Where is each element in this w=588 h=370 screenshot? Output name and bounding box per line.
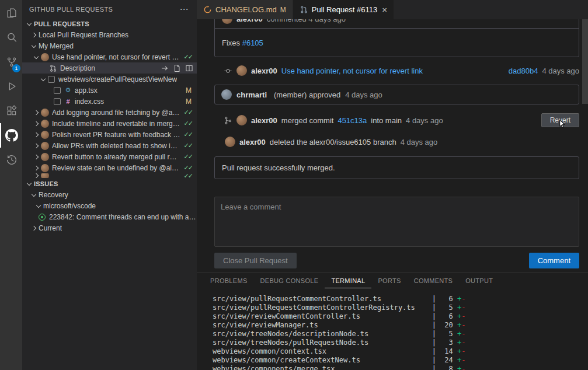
comment-body: Fixes #6105: [215, 29, 579, 57]
tab-changelog[interactable]: CHANGELOG.md M: [197, 0, 293, 19]
merge-text: into main: [371, 116, 402, 125]
review-author[interactable]: chrmarti: [236, 90, 267, 99]
avatar: [221, 89, 232, 100]
row-actions: [161, 64, 197, 72]
sidebar-header: GITHUB PULL REQUESTS: [22, 0, 197, 18]
tab-pull-request[interactable]: Pull Request #6113: [293, 0, 394, 19]
tree-item-files-folder[interactable]: webviews/createPullRequestViewNew: [22, 74, 197, 85]
panel-tab-ports[interactable]: PORTS: [371, 273, 407, 288]
issue-link[interactable]: #6105: [242, 39, 263, 47]
panel-tab-debug-console[interactable]: DEBUG CONSOLE: [254, 273, 325, 288]
panel-tab-comments[interactable]: COMMENTS: [408, 273, 460, 288]
chevron-right-icon: [32, 173, 41, 178]
merge-author[interactable]: alexr00: [251, 116, 277, 125]
git-pull-request-icon: [49, 64, 57, 72]
comment-button[interactable]: Comment: [529, 253, 579, 268]
avatar: [41, 173, 49, 178]
tree-item-pr[interactable]: Review state can be undefined by @alexr0…: [22, 162, 197, 173]
checkbox[interactable]: [48, 76, 55, 83]
close-pull-request-button[interactable]: Close Pull Request: [214, 253, 297, 268]
terminal-line: src/view/reviewCommentController.ts|6+-: [213, 312, 588, 321]
commit-sha-link[interactable]: dad80b4: [509, 67, 538, 75]
comment-meta: commented 4 days ago: [267, 19, 346, 23]
terminal-line: src/view/treeNodes/pullRequestNode.ts|3+…: [213, 338, 588, 347]
checks-passed-icon: [180, 120, 197, 127]
comment-author[interactable]: alexr00: [236, 19, 263, 23]
panel-tab-problems[interactable]: PROBLEMS: [204, 273, 254, 288]
more-actions-icon[interactable]: [179, 4, 190, 15]
editor-tab-bar: CHANGELOG.md M Pull Request #6113: [197, 0, 588, 19]
open-file-icon[interactable]: [173, 64, 181, 72]
editor-scrollbar[interactable]: [582, 19, 588, 104]
editor-area: alexr00 commented 4 days ago Fixes #6105…: [197, 19, 588, 272]
avatar: [41, 164, 49, 172]
chevron-right-icon: [32, 119, 41, 128]
tree-item-my-merged[interactable]: My Merged: [22, 40, 197, 51]
css-file-icon: [64, 98, 72, 105]
branch-author[interactable]: alexr00: [239, 138, 266, 146]
source-control-icon[interactable]: 1: [0, 50, 22, 74]
tree-item-description[interactable]: Description: [22, 62, 197, 74]
tree-item-pr[interactable]: Include timeline and revertable in merge…: [22, 118, 197, 129]
tree-item-pr-clipped[interactable]: [22, 173, 197, 178]
tree-item-repo[interactable]: microsoft/vscode: [22, 200, 197, 211]
avatar: [41, 109, 49, 117]
git-pull-request-icon: [300, 5, 308, 14]
checks-passed-icon: [180, 164, 197, 172]
changelog-file-icon: [203, 5, 212, 14]
tree-item-current[interactable]: Current: [22, 222, 197, 233]
checkbox[interactable]: [54, 98, 61, 105]
tree-item-pr[interactable]: Allow PRs with deleted head to show in v…: [22, 140, 197, 151]
avatar: [225, 137, 235, 147]
close-icon[interactable]: [381, 5, 387, 15]
avatar: [236, 65, 247, 76]
panel-tab-output[interactable]: OUTPUT: [459, 273, 499, 288]
tree-item-recovery[interactable]: Recovery: [22, 189, 197, 200]
tree-item-pr[interactable]: Revert button to already merged pull req…: [22, 151, 197, 162]
split-editor-icon[interactable]: [185, 64, 193, 72]
tree-item-pr[interactable]: Add logging around file fetching by @ale…: [22, 107, 197, 118]
checks-passed-icon: [180, 53, 197, 61]
checks-passed-icon: [180, 153, 197, 160]
branch-text: deleted the alexr00/issue6105 branch: [270, 138, 396, 146]
comment-input[interactable]: [214, 197, 579, 247]
section-pull-requests[interactable]: PULL REQUESTS: [22, 18, 197, 29]
tree-item-issue[interactable]: 223842: Comment threads can end up with …: [22, 211, 197, 222]
chevron-down-icon: [32, 53, 41, 62]
chevron-right-icon: [32, 141, 41, 151]
checks-passed-icon: [180, 173, 197, 178]
github-icon[interactable]: [0, 123, 22, 148]
mouse-cursor: [558, 120, 566, 128]
comment-text: Fixes: [222, 39, 242, 47]
tree-item-pr[interactable]: Polish revert PR feature with feedback b…: [22, 129, 197, 140]
merge-sha-link[interactable]: 451c13a: [338, 116, 367, 125]
chevron-down-icon: [34, 201, 43, 211]
commit-author[interactable]: alexr00: [251, 67, 277, 75]
panel-tab-terminal[interactable]: TERMINAL: [325, 273, 371, 288]
tree-item-current-pr[interactable]: Use hand pointer, not cursor for revert …: [22, 51, 197, 62]
tree-item-app-tsx[interactable]: app.tsx M: [22, 85, 197, 96]
checkbox[interactable]: [54, 87, 61, 94]
vscode-window: 1 GITHUB PULL REQUESTS PULL REQUESTS: [0, 0, 588, 370]
avatar: [41, 120, 49, 128]
run-debug-icon[interactable]: [0, 74, 22, 99]
search-icon[interactable]: [0, 25, 22, 50]
tree-item-index-css[interactable]: index.css M: [22, 96, 197, 107]
pr-comment: alexr00 commented 4 days ago Fixes #6105: [214, 19, 579, 57]
terminal[interactable]: src/view/pullRequestCommentController.ts…: [197, 288, 588, 370]
pr-webview: alexr00 commented 4 days ago Fixes #6105…: [197, 19, 588, 272]
review-event: chrmarti (member) approved 4 days ago: [214, 85, 579, 104]
chevron-right-icon: [32, 163, 41, 173]
section-issues[interactable]: ISSUES: [22, 178, 197, 189]
checkout-arrow-icon[interactable]: [161, 64, 169, 72]
extensions-icon[interactable]: [0, 99, 22, 123]
commit-message-link[interactable]: Use hand pointer, not cursor for revert …: [281, 67, 423, 75]
history-icon[interactable]: [0, 148, 22, 172]
checks-passed-icon: [180, 131, 197, 138]
explorer-icon[interactable]: [0, 1, 22, 25]
tree-item-local-branches[interactable]: Local Pull Request Branches: [22, 29, 197, 40]
checks-passed-icon: [180, 142, 197, 149]
checks-passed-icon: [180, 109, 197, 116]
chevron-right-icon: [29, 30, 39, 40]
activity-bar: 1: [0, 0, 22, 370]
